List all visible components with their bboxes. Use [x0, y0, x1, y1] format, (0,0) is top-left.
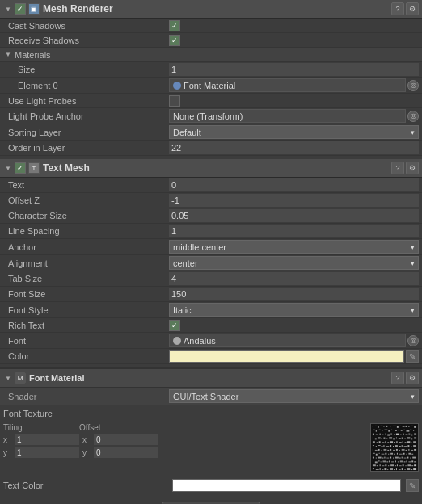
svg-rect-73 [411, 442, 411, 443]
light-probe-anchor-field[interactable]: None (Transform) [169, 109, 406, 123]
offset-z-input[interactable] [169, 194, 419, 207]
svg-rect-179 [413, 468, 416, 470]
materials-fold[interactable]: ▼ [3, 50, 13, 60]
svg-rect-2 [375, 426, 377, 426]
svg-rect-62 [379, 441, 381, 443]
character-size-input[interactable] [169, 209, 419, 222]
svg-rect-27 [407, 430, 410, 432]
tiling-y-input[interactable] [15, 447, 79, 458]
line-spacing-input[interactable] [169, 225, 419, 237]
color-eyedropper[interactable]: ✎ [406, 350, 419, 363]
shader-text: GUI/Text Shader [173, 392, 238, 401]
svg-rect-46 [375, 438, 377, 439]
svg-rect-136 [378, 460, 380, 461]
text-mesh-help[interactable]: ? [391, 162, 404, 174]
svg-rect-139 [386, 461, 388, 462]
use-light-probes-checkbox[interactable] [169, 95, 180, 107]
font-material-header: ▼ M Font Material ? ⚙ [0, 368, 422, 388]
tiling-x-row: x x [3, 434, 365, 445]
svg-rect-118 [411, 454, 413, 455]
element0-field[interactable]: Font Material [169, 78, 406, 92]
svg-rect-38 [396, 434, 399, 435]
alignment-value: center [169, 256, 419, 270]
mesh-renderer-settings[interactable]: ⚙ [406, 2, 419, 15]
rich-text-checkbox[interactable] [169, 320, 180, 331]
color-picker[interactable] [169, 350, 404, 363]
svg-rect-89 [413, 445, 416, 447]
svg-rect-15 [414, 426, 416, 428]
svg-rect-175 [402, 468, 403, 470]
font-field[interactable]: Andalus [169, 334, 406, 347]
svg-rect-69 [399, 442, 402, 443]
svg-rect-83 [395, 445, 398, 447]
svg-rect-143 [398, 461, 399, 462]
svg-rect-21 [388, 430, 390, 432]
alignment-dropdown[interactable]: center [169, 256, 419, 270]
svg-rect-18 [379, 430, 381, 430]
svg-rect-103 [411, 450, 413, 451]
font-select[interactable]: ◎ [407, 335, 419, 346]
font-material-fold[interactable]: ▼ [3, 373, 13, 383]
shader-dropdown[interactable]: GUI/Text Shader [169, 389, 419, 403]
svg-rect-12 [406, 426, 407, 427]
svg-rect-26 [404, 430, 405, 430]
anchor-dropdown[interactable]: middle center [169, 240, 419, 254]
svg-rect-4 [381, 426, 383, 426]
font-dot [173, 337, 181, 345]
tab-size-input[interactable] [169, 272, 419, 285]
sorting-layer-text: Default [173, 128, 201, 137]
font-material-help[interactable]: ? [391, 372, 404, 384]
line-spacing-row: Line Spacing [0, 224, 422, 239]
svg-rect-171 [390, 468, 393, 470]
font-size-input[interactable] [169, 288, 419, 300]
svg-rect-5 [383, 426, 384, 427]
mesh-renderer-help[interactable]: ? [391, 2, 404, 15]
text-mesh-enabled[interactable] [15, 162, 26, 174]
svg-rect-153 [382, 465, 385, 466]
offset-x-axis: x [82, 435, 91, 444]
offset-x-input[interactable] [94, 434, 158, 445]
tiling-x-axis: x [3, 435, 11, 444]
text-mesh-fold[interactable]: ▼ [3, 163, 13, 173]
svg-rect-90 [373, 449, 373, 451]
order-in-layer-input[interactable] [169, 141, 419, 154]
text-mesh-settings[interactable]: ⚙ [406, 162, 419, 174]
font-style-dropdown[interactable]: Italic [169, 303, 419, 317]
svg-rect-122 [382, 458, 384, 459]
svg-rect-60 [373, 441, 375, 443]
font-material-settings[interactable]: ⚙ [406, 372, 419, 384]
mesh-renderer-fold[interactable]: ▼ [3, 4, 13, 14]
light-probe-anchor-label: Light Probe Anchor [3, 111, 169, 121]
text-color-eyedropper[interactable]: ✎ [406, 479, 419, 492]
sorting-layer-dropdown[interactable]: Default [169, 125, 419, 139]
alignment-text: center [173, 258, 198, 268]
svg-rect-112 [394, 454, 395, 455]
text-color-picker[interactable] [172, 479, 401, 492]
cast-shadows-checkbox[interactable] [169, 20, 180, 32]
svg-rect-150 [373, 464, 376, 466]
use-light-probes-row: Use Light Probes [0, 94, 422, 108]
alignment-row: Alignment center [0, 255, 422, 271]
offset-z-value [169, 194, 419, 207]
text-input[interactable] [169, 178, 419, 191]
svg-rect-17 [376, 430, 377, 432]
svg-rect-76 [376, 446, 377, 447]
svg-rect-106 [376, 454, 378, 456]
svg-rect-45 [373, 437, 373, 438]
mesh-renderer-header: ▼ ▣ Mesh Renderer ? ⚙ [0, 0, 422, 19]
size-input[interactable] [169, 63, 419, 76]
svg-rect-134 [373, 460, 373, 461]
character-size-label: Character Size [3, 211, 169, 220]
text-color-label: Text Color [3, 481, 169, 490]
svg-rect-170 [387, 469, 388, 470]
svg-rect-161 [406, 465, 407, 466]
light-probe-anchor-select[interactable]: ◎ [407, 111, 419, 122]
svg-rect-63 [382, 442, 385, 443]
anchor-label: Anchor [3, 242, 169, 252]
receive-shadows-checkbox[interactable] [169, 35, 180, 46]
tiling-x-input[interactable] [15, 434, 79, 445]
element0-select[interactable]: ◎ [407, 80, 419, 91]
font-style-value: Italic [169, 303, 419, 317]
mesh-renderer-enabled[interactable] [15, 3, 26, 15]
offset-y-input[interactable] [94, 447, 158, 458]
